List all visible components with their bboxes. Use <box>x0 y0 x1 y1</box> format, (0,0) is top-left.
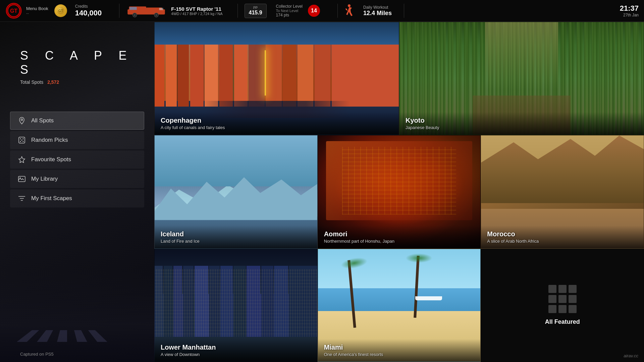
featured-dot-1 <box>548 285 556 293</box>
morocco-desc: A slice of Arab North Africa <box>487 239 638 244</box>
total-spots-label: Total Spots <box>20 79 43 85</box>
manhattan-name: Lower Manhattan <box>161 344 311 351</box>
pp-value: 415.9 <box>249 10 262 16</box>
kyoto-name: Kyoto <box>406 117 638 124</box>
featured-dot-6 <box>569 295 577 303</box>
svg-text:GT: GT <box>10 8 17 14</box>
captured-label: Captured on PS5 <box>20 352 54 357</box>
all-featured-grid-icon <box>548 285 577 313</box>
svg-point-21 <box>20 141 21 142</box>
scapes-title: S C A P E S <box>0 22 154 77</box>
iceland-overlay: Iceland Land of Fire and Ice <box>155 226 317 248</box>
credits-label: Credits <box>75 4 102 9</box>
all-featured-label: All Featured <box>545 318 580 325</box>
grid-cell-kyoto[interactable]: Kyoto Japanese Beauty <box>399 22 644 135</box>
workout-label: Daily Workout <box>363 5 392 10</box>
grid-cell-copenhagen[interactable]: Copenhagen A city full of canals and fai… <box>154 22 399 135</box>
image-icon <box>18 175 26 183</box>
svg-point-9 <box>134 14 136 16</box>
miami-name: Miami <box>324 344 475 351</box>
aomori-name: Aomori <box>324 230 475 238</box>
sidebar-item-all-spots[interactable]: All Spots <box>10 112 144 130</box>
grid-cell-manhattan[interactable]: Lower Manhattan A view of Downtown <box>154 249 318 362</box>
divider-1 <box>119 4 119 18</box>
iceland-desc: Land of Fire and Ice <box>161 239 311 244</box>
collector-pts: 174 pts <box>276 13 303 17</box>
gt-logo[interactable]: GT <box>5 2 22 19</box>
menu-items: All Spots Random Picks <box>0 85 154 207</box>
svg-point-15 <box>21 119 23 121</box>
divider-3 <box>337 4 338 18</box>
svg-point-23 <box>20 177 21 178</box>
grid-cell-aomori[interactable]: Aomori Northernmost part of Honshu, Japa… <box>318 135 481 248</box>
filter-icon <box>18 194 26 202</box>
featured-dot-4 <box>548 295 556 303</box>
sidebar-item-my-first-scapes[interactable]: My First Scapes <box>10 189 144 207</box>
manhattan-overlay: Lower Manhattan A view of Downtown <box>155 339 317 362</box>
svg-point-19 <box>23 141 24 142</box>
collector-next: To Next Level <box>276 9 303 13</box>
copenhagen-overlay: Copenhagen A city full of canals and fai… <box>155 112 399 135</box>
sidebar-label-my-library: My Library <box>31 176 58 182</box>
divider-2 <box>237 4 238 18</box>
grid-area: Copenhagen A city full of canals and fai… <box>154 22 644 362</box>
car-specs: 4WD / 417 BHP / 2,724 kg / NA <box>171 12 222 16</box>
airav-watermark: airav.cc <box>624 353 638 358</box>
copenhagen-desc: A city full of canals and fairy tales <box>161 125 393 130</box>
sidebar-item-random-picks[interactable]: Random Picks <box>10 131 144 149</box>
sidebar-item-my-library[interactable]: My Library <box>10 170 144 188</box>
total-spots-value: 2,572 <box>47 79 59 85</box>
collector-label: Collector Level <box>276 4 303 9</box>
level-badge: 14 <box>308 5 320 17</box>
iceland-name: Iceland <box>161 230 311 238</box>
featured-dot-9 <box>569 305 577 313</box>
menu-book-sub: -- <box>26 11 48 16</box>
sidebar-item-favourite-spots[interactable]: Favourite Spots <box>10 150 144 169</box>
grid-cell-iceland[interactable]: Iceland Land of Fire and Ice <box>154 135 318 248</box>
copenhagen-name: Copenhagen <box>161 117 393 124</box>
featured-dot-2 <box>558 285 567 293</box>
featured-dot-7 <box>548 305 556 313</box>
time-section: 21:37 27th Jan <box>620 4 639 17</box>
pp-label: PP <box>253 6 258 10</box>
kyoto-desc: Japanese Beauty <box>406 125 638 130</box>
divider-4 <box>404 4 404 18</box>
dice-icon <box>18 136 26 144</box>
time-date: 27th Jan <box>623 13 639 17</box>
svg-point-14 <box>348 4 351 7</box>
runner-icon <box>344 4 355 17</box>
grid-row-1: Copenhagen A city full of canals and fai… <box>154 22 644 135</box>
featured-dot-5 <box>558 295 567 303</box>
total-spots: Total Spots 2,572 <box>0 77 154 85</box>
time-value: 21:37 <box>620 4 639 13</box>
menu-book[interactable]: Menu Book -- <box>26 6 48 16</box>
manhattan-desc: A view of Downtown <box>161 352 311 357</box>
grid-cell-morocco[interactable]: Morocco A slice of Arab North Africa <box>481 135 644 248</box>
coin-icon[interactable]: GT <box>54 4 67 17</box>
sidebar-label-random-picks: Random Picks <box>31 137 68 143</box>
svg-rect-13 <box>159 8 163 10</box>
svg-rect-12 <box>130 7 137 10</box>
miami-overlay: Miami One of America's finest resorts <box>318 339 481 362</box>
svg-point-17 <box>20 138 21 139</box>
top-bar: GT Menu Book -- GT Credits 140,000 <box>0 0 644 22</box>
pp-badge: PP 415.9 <box>245 4 267 18</box>
featured-dot-8 <box>558 305 567 313</box>
grid-row-3: Lower Manhattan A view of Downtown <box>154 249 644 362</box>
main-content: S C A P E S Total Spots 2,572 All Spots <box>0 22 644 362</box>
car-thumbnail[interactable] <box>126 4 166 18</box>
svg-point-11 <box>156 14 157 16</box>
workout-section: Daily Workout 12.4 Miles <box>363 5 392 17</box>
menu-book-title: Menu Book <box>26 6 48 11</box>
kyoto-overlay: Kyoto Japanese Beauty <box>399 112 644 135</box>
car-info: F-150 SVT Raptor '11 4WD / 417 BHP / 2,7… <box>171 6 222 16</box>
star-icon <box>18 156 26 164</box>
svg-point-20 <box>23 138 24 139</box>
grid-cell-miami[interactable]: Miami One of America's finest resorts <box>318 249 481 362</box>
aomori-overlay: Aomori Northernmost part of Honshu, Japa… <box>318 226 481 248</box>
workout-value: 12.4 Miles <box>363 10 392 17</box>
svg-text:GT: GT <box>58 9 63 13</box>
miami-desc: One of America's finest resorts <box>324 352 475 357</box>
credits-value: 140,000 <box>75 9 102 17</box>
grid-cell-all-featured[interactable]: All Featured airav.cc <box>481 249 644 362</box>
